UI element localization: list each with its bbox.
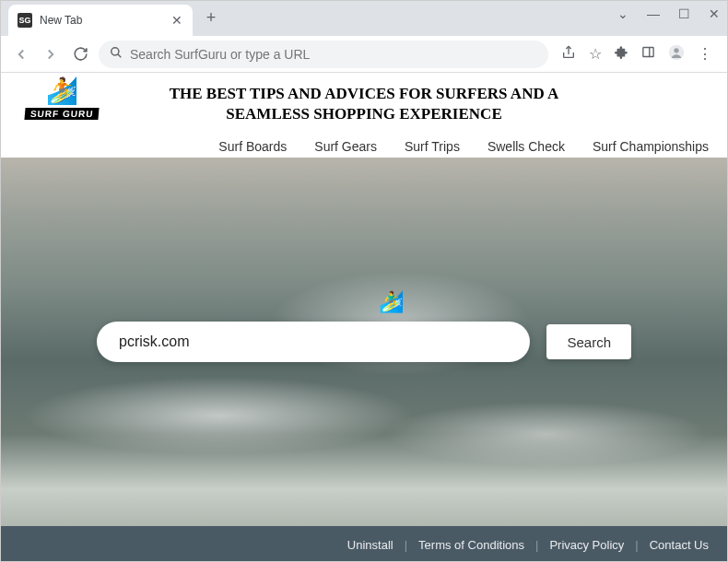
reload-button[interactable] [69,43,91,65]
maximize-icon[interactable]: ☐ [678,6,690,21]
search-icon [110,46,123,62]
main-nav: Surf Boards Surf Gears Surf Trips Swells… [218,139,709,154]
search-bar: Search [97,322,631,362]
nav-surf-championships[interactable]: Surf Championships [593,139,709,154]
nav-swells-check[interactable]: Swells Check [487,139,565,154]
chevron-down-icon[interactable]: ⌄ [617,6,628,21]
browser-titlebar: SG New Tab ✕ + ⌄ — ☐ ✕ [1,1,727,36]
page-content: 🏄 SURF GURU THE BEST TIPS AND ADVICES FO… [1,73,727,562]
footer-privacy[interactable]: Privacy Policy [549,538,624,552]
extensions-icon[interactable] [615,45,628,63]
site-header: 🏄 SURF GURU THE BEST TIPS AND ADVICES FO… [1,73,727,158]
footer-uninstall[interactable]: Uninstall [347,538,393,552]
tab-title: New Tab [40,14,163,27]
svg-point-4 [674,48,678,53]
search-input[interactable] [119,334,508,350]
minimize-icon[interactable]: — [647,6,660,21]
close-window-icon[interactable]: ✕ [709,6,720,21]
logo[interactable]: 🏄 SURF GURU [16,78,108,121]
footer-terms[interactable]: Terms of Conditions [418,538,524,552]
omnibox-input[interactable] [130,47,537,62]
hero-image: 🏄‍♂️ Search [1,158,727,526]
page-headline: THE BEST TIPS AND ADVICES FOR SURFERS AN… [16,80,712,124]
menu-icon[interactable]: ⋮ [698,45,712,63]
tab-favicon: SG [18,13,32,28]
browser-toolbar: ☆ ⋮ [1,36,727,73]
nav-surf-boards[interactable]: Surf Boards [218,139,287,154]
window-controls: ⌄ — ☐ ✕ [617,6,720,21]
svg-point-0 [112,48,119,55]
footer: Uninstall | Terms of Conditions | Privac… [1,526,727,562]
surfer-icon: 🏄 [16,78,108,104]
forward-button[interactable] [40,43,62,65]
logo-text: SURF GURU [24,108,100,120]
back-button[interactable] [10,43,32,65]
nav-surf-trips[interactable]: Surf Trips [405,139,460,154]
share-icon[interactable] [561,45,576,64]
browser-tab[interactable]: SG New Tab ✕ [8,5,193,36]
surfer-figure: 🏄‍♂️ [379,290,404,314]
search-field[interactable] [97,322,530,362]
bookmark-icon[interactable]: ☆ [589,45,602,63]
new-tab-button[interactable]: + [200,6,222,29]
sidepanel-icon[interactable] [641,45,655,63]
search-button[interactable]: Search [546,324,631,359]
profile-icon[interactable] [668,44,685,64]
footer-contact[interactable]: Contact Us [650,538,709,552]
svg-rect-1 [643,48,653,57]
nav-surf-gears[interactable]: Surf Gears [314,139,377,154]
close-icon[interactable]: ✕ [170,14,183,27]
address-bar[interactable] [99,41,548,68]
